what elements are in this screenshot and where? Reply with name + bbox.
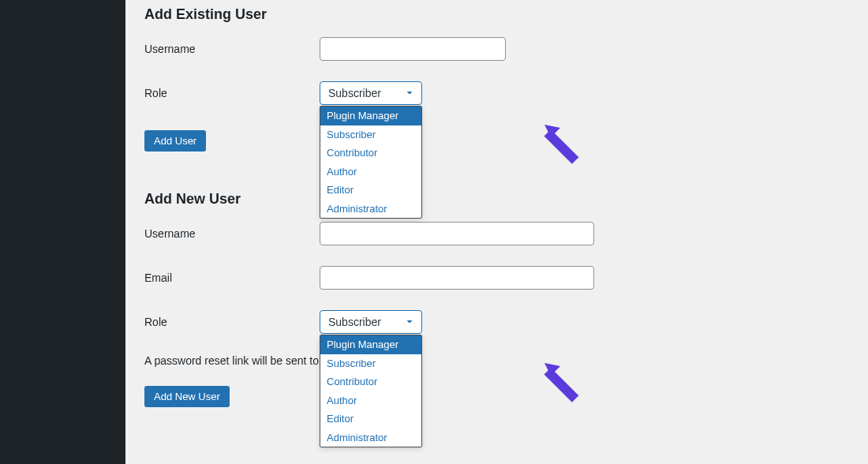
label-new-username: Username (144, 227, 320, 240)
existing-username-input[interactable] (320, 37, 506, 61)
row-existing-role: Role Subscriber Plugin ManagerSubscriber… (144, 81, 849, 105)
password-reset-hint: A password reset link will be sent to (144, 354, 849, 367)
label-new-role: Role (144, 316, 320, 328)
label-new-email: Email (144, 271, 320, 284)
chevron-down-icon (404, 316, 415, 327)
existing-role-dropdown: Plugin ManagerSubscriberContributorAutho… (320, 106, 422, 219)
role-option[interactable]: Contributor (320, 372, 421, 391)
row-new-role: Role Subscriber Plugin ManagerSubscriber… (144, 310, 849, 334)
heading-add-new: Add New User (144, 191, 849, 208)
role-option[interactable]: Administrator (320, 428, 421, 447)
label-existing-username: Username (144, 43, 320, 55)
chevron-down-icon (404, 88, 415, 99)
content-area: Add Existing User Username Role Subscrib… (125, 0, 868, 464)
role-option[interactable]: Editor (320, 181, 421, 200)
role-option[interactable]: Contributor (320, 144, 421, 163)
new-username-input[interactable] (320, 222, 594, 245)
role-option[interactable]: Administrator (320, 200, 421, 219)
role-option[interactable]: Editor (320, 410, 421, 428)
role-option[interactable]: Subscriber (320, 354, 421, 373)
role-option[interactable]: Author (320, 163, 421, 181)
new-email-input[interactable] (320, 266, 594, 290)
role-option[interactable]: Subscriber (320, 125, 421, 144)
existing-role-select[interactable]: Subscriber (320, 81, 422, 105)
add-new-user-button[interactable]: Add New User (144, 386, 230, 407)
existing-role-select-wrap: Subscriber Plugin ManagerSubscriberContr… (320, 81, 422, 105)
add-user-button[interactable]: Add User (144, 130, 206, 152)
role-option[interactable]: Author (320, 391, 421, 410)
new-role-select-wrap: Subscriber Plugin ManagerSubscriberContr… (320, 310, 422, 334)
role-option[interactable]: Plugin Manager (320, 335, 421, 354)
new-role-selected-text: Subscriber (328, 316, 381, 328)
heading-add-existing: Add Existing User (144, 6, 849, 23)
label-existing-role: Role (144, 87, 320, 99)
row-new-email: Email (144, 266, 849, 290)
existing-role-selected-text: Subscriber (328, 87, 381, 99)
new-role-select[interactable]: Subscriber (320, 310, 422, 334)
row-existing-username: Username (144, 37, 849, 61)
role-option[interactable]: Plugin Manager (320, 107, 421, 125)
row-new-username: Username (144, 222, 849, 245)
new-role-dropdown: Plugin ManagerSubscriberContributorAutho… (320, 335, 422, 447)
admin-sidebar (0, 0, 125, 464)
